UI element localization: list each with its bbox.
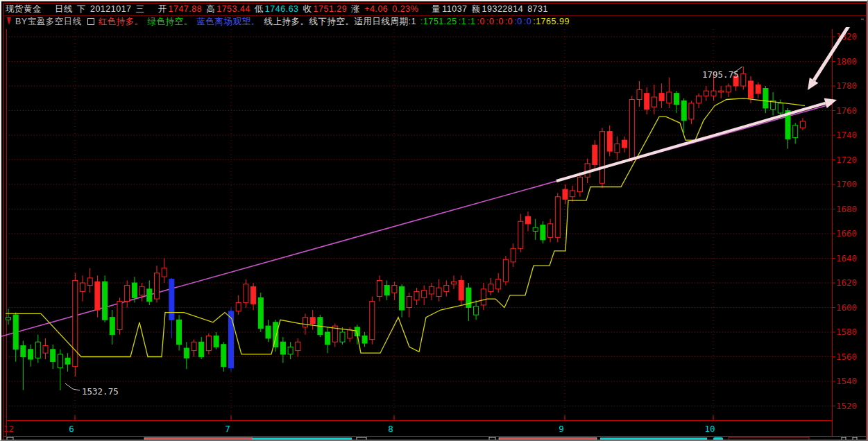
candle-body bbox=[429, 286, 434, 294]
candle-body bbox=[667, 92, 672, 103]
close-value: 1751.29 bbox=[314, 4, 348, 14]
candle-body bbox=[258, 297, 263, 328]
low-value: 1746.63 bbox=[265, 4, 299, 14]
candle-body bbox=[251, 286, 256, 304]
direction-flag: 下 bbox=[77, 4, 86, 14]
candle-body bbox=[749, 81, 754, 98]
candle-body bbox=[726, 86, 731, 92]
candle-body bbox=[184, 348, 189, 358]
symbol-name: 现货黄金 bbox=[6, 4, 42, 14]
price-annotation: 1795.75 bbox=[702, 69, 739, 80]
high-value: 1753.44 bbox=[216, 4, 250, 14]
candle-body bbox=[340, 332, 345, 342]
candle-body bbox=[511, 248, 516, 262]
y-axis-label: 1780 bbox=[836, 80, 857, 91]
y-axis-label: 1640 bbox=[836, 253, 857, 263]
candle-body bbox=[139, 286, 144, 295]
y-axis-label: 1520 bbox=[836, 401, 857, 411]
candle-body bbox=[58, 354, 62, 368]
candle-body bbox=[244, 284, 248, 303]
bottom-pane-cyan-bar bbox=[253, 438, 352, 441]
candle-body bbox=[214, 336, 219, 347]
extra-value: 8731 bbox=[527, 4, 548, 14]
candle-body bbox=[125, 286, 130, 302]
app-window: 1520154015601580160016201640166016801700… bbox=[0, 0, 868, 441]
candle-body bbox=[288, 347, 293, 354]
candle-body bbox=[689, 103, 694, 119]
x-axis-label: 9 bbox=[559, 424, 564, 434]
price-annotation: 1532.75 bbox=[82, 386, 119, 397]
candle-body bbox=[763, 89, 768, 108]
indicator-name[interactable]: BY宝盈多空日线 bbox=[15, 17, 82, 26]
indicator-value: :0 bbox=[486, 17, 494, 26]
candle-body bbox=[778, 103, 783, 113]
candle-body bbox=[503, 259, 508, 282]
candle-body bbox=[43, 346, 48, 354]
candle-body bbox=[206, 336, 211, 350]
candle-body bbox=[444, 286, 449, 292]
candle-body bbox=[362, 336, 367, 343]
candle-body bbox=[577, 177, 582, 191]
candle-body bbox=[221, 345, 226, 367]
candle-body bbox=[296, 342, 300, 350]
candle-body bbox=[452, 282, 457, 284]
change-label: 涨 bbox=[351, 4, 360, 14]
x-axis-label: 8 bbox=[388, 424, 393, 434]
x-axis-label: 12 bbox=[3, 424, 14, 434]
amount-value: 19322814 bbox=[482, 4, 524, 14]
candle-body bbox=[370, 302, 375, 340]
candle-body bbox=[80, 283, 85, 291]
candle-body bbox=[147, 289, 152, 302]
candle-body bbox=[21, 346, 26, 357]
indicator-value: :0 bbox=[477, 17, 485, 26]
candle-body bbox=[95, 282, 100, 310]
indicator-value: :0 bbox=[514, 17, 522, 26]
legend-green: 绿色持空。 bbox=[148, 17, 193, 26]
title-bar: 现货黄金 日线 下 20121017 三 开1747.88 高1753.44 低… bbox=[6, 4, 861, 15]
low-label: 低 bbox=[255, 4, 264, 14]
candle-body bbox=[110, 318, 114, 335]
candle-body bbox=[155, 273, 160, 299]
x-axis-label: 10 bbox=[704, 424, 715, 434]
legend-red: 红色持多。 bbox=[99, 17, 144, 26]
candle-body bbox=[28, 349, 33, 359]
volume-value: 11037 bbox=[442, 4, 467, 14]
checkbox-icon[interactable] bbox=[87, 18, 94, 25]
candle-body bbox=[645, 94, 649, 110]
candle-body bbox=[325, 332, 330, 345]
candle-body bbox=[488, 284, 493, 292]
weekday-value: 三 bbox=[136, 4, 145, 14]
candle-body bbox=[65, 358, 70, 364]
close-label: 收 bbox=[303, 4, 312, 14]
candle-body bbox=[629, 100, 634, 159]
candle-body bbox=[310, 318, 315, 324]
candle-body bbox=[681, 101, 686, 120]
candle-body bbox=[459, 280, 463, 300]
candle-body bbox=[199, 342, 204, 356]
candle-body bbox=[526, 216, 531, 224]
legend-blue: 蓝色离场观望。 bbox=[197, 17, 260, 26]
y-axis-label: 1720 bbox=[836, 155, 857, 165]
indicator-values: :1751.25:1:1:0:0:0:0:0:0:1765.99 bbox=[420, 17, 571, 26]
candle-body bbox=[35, 342, 40, 358]
y-axis-label: 1540 bbox=[836, 376, 857, 386]
indicator-value: :1751.25 bbox=[420, 17, 457, 26]
y-axis-label: 1620 bbox=[836, 277, 857, 288]
candle-body bbox=[73, 280, 78, 366]
chart-canvas[interactable]: 1520154015601580160016201640166016801700… bbox=[1, 1, 868, 441]
candle-body bbox=[384, 286, 389, 295]
candle-body bbox=[711, 91, 716, 96]
candle-body bbox=[162, 268, 167, 277]
candle-body bbox=[348, 329, 352, 338]
candle-body bbox=[570, 191, 575, 197]
candle-body bbox=[474, 306, 479, 315]
candle-body bbox=[697, 96, 701, 103]
open-label: 开 bbox=[158, 4, 167, 14]
period-label[interactable]: 日线 bbox=[55, 4, 73, 14]
chart-background bbox=[3, 2, 868, 441]
candle-body bbox=[541, 225, 545, 240]
candle-body bbox=[236, 302, 241, 311]
y-axis-label: 1660 bbox=[836, 228, 857, 239]
indicator-value: :1 bbox=[468, 17, 475, 26]
candle-body bbox=[593, 145, 597, 164]
